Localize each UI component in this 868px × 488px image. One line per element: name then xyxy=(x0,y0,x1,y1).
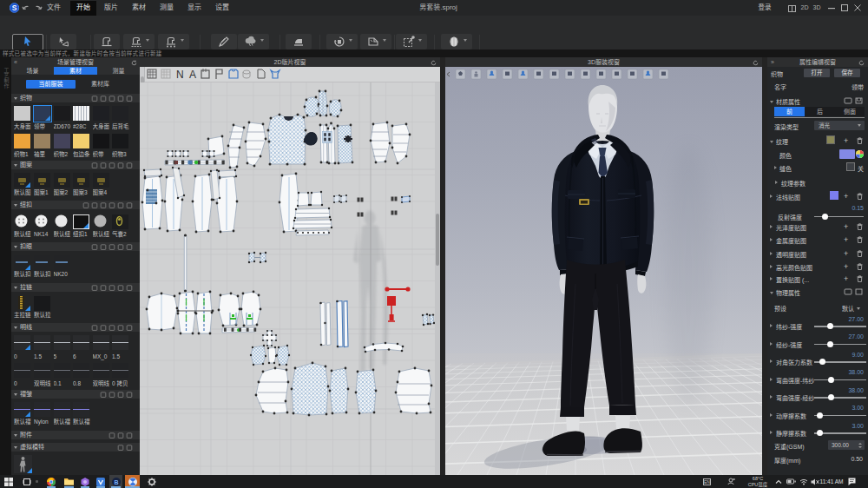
svg-text:A: A xyxy=(189,69,196,81)
svg-text:N: N xyxy=(176,69,184,81)
svg-text:B: B xyxy=(114,478,118,485)
svg-text:EN: EN xyxy=(704,479,710,485)
svg-text:S: S xyxy=(12,3,17,12)
